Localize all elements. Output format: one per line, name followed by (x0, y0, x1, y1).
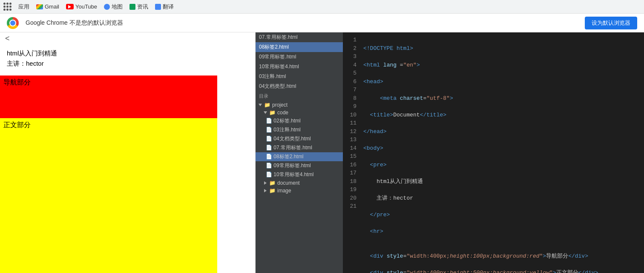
triangle-project (259, 104, 262, 106)
apps-label: 应用 (18, 3, 29, 11)
file-02[interactable]: 📄 02标签.html (256, 116, 343, 125)
tree-image[interactable]: 📁 image (256, 187, 343, 195)
triangle-code (264, 111, 267, 114)
translate-label: 翻译 (163, 3, 174, 11)
gmail-icon (36, 4, 43, 9)
infobar: Google Chrome 不是您的默认浏览器 设为默认浏览器 (0, 14, 644, 32)
file-03[interactable]: 📄 03注释.html (256, 125, 343, 134)
topbar: 应用 Gmail YouTube 地图 资讯 翻译 (0, 0, 644, 14)
tree-document[interactable]: 📁 document (256, 179, 343, 187)
file-08[interactable]: 📄 08标签2.html (256, 152, 343, 161)
content-block: 正文部分 (0, 118, 217, 273)
file-panel: 07.常用标签.html 08标签2.html 09常用标签.html 10常用… (256, 32, 343, 273)
image-label: image (277, 188, 291, 194)
file-tab-08[interactable]: 08标签2.html (256, 42, 343, 52)
back-button[interactable]: < (0, 32, 255, 45)
infobar-text: Google Chrome 不是您的默认浏览器 (26, 19, 578, 27)
news-icon (129, 4, 135, 10)
file-04[interactable]: 📄 04文档类型.html (256, 134, 343, 143)
code-panel: 1 2 3 4 5 6 7 8 9 10 11 12 13 14 15 16 1… (343, 32, 644, 273)
tree-code[interactable]: 📁 code (256, 109, 343, 116)
folder-icon-document: 📁 (269, 180, 276, 186)
nav-block: 导航部分 (0, 76, 217, 118)
topbar-maps[interactable]: 地图 (104, 3, 123, 11)
section-label: 目录 (256, 91, 343, 101)
maps-label: 地图 (112, 3, 123, 11)
document-label: document (277, 180, 300, 186)
file-tab-03[interactable]: 03注释.html (256, 72, 343, 81)
topbar-youtube[interactable]: YouTube (66, 3, 97, 10)
code-content[interactable]: <!DOCTYPE html> <html lang ="en"> <head>… (358, 32, 644, 273)
topbar-gmail[interactable]: Gmail (36, 3, 59, 10)
title-line: html从入门到精通 (7, 48, 248, 58)
code-label: code (277, 110, 288, 116)
triangle-image (264, 189, 267, 192)
line-numbers: 1 2 3 4 5 6 7 8 9 10 11 12 13 14 15 16 1… (343, 32, 358, 273)
page-text: html从入门到精通 主讲：hector (0, 45, 255, 76)
file-tab-10[interactable]: 10常用标签4.html (256, 62, 343, 72)
folder-icon-project: 📁 (264, 102, 270, 108)
folder-icon-code: 📁 (269, 110, 276, 116)
file-09[interactable]: 📄 09常用标签.html (256, 161, 343, 170)
nav-text: 导航部分 (3, 78, 31, 87)
file-tab-07[interactable]: 07.常用标签.html (256, 32, 343, 42)
topbar-apps[interactable]: 应用 (18, 3, 29, 11)
gmail-label: Gmail (45, 3, 59, 10)
file-tab-04[interactable]: 04文档类型.html (256, 81, 343, 91)
tree-project[interactable]: 📁 project (256, 101, 343, 109)
maps-icon (104, 4, 110, 10)
youtube-icon (66, 4, 74, 9)
apps-icon[interactable] (3, 3, 12, 11)
triangle-document (264, 181, 267, 185)
author-line: 主讲：hector (7, 58, 248, 69)
topbar-translate[interactable]: 翻译 (155, 3, 174, 11)
file-07[interactable]: 📄 07.常用标签.html (256, 143, 343, 152)
translate-icon (155, 4, 161, 10)
topbar-news[interactable]: 资讯 (129, 3, 148, 11)
main-area: < html从入门到精通 主讲：hector 导航部分 正文部分 07.常用标签… (0, 32, 644, 273)
file-tab-09[interactable]: 09常用标签.html (256, 52, 343, 62)
project-label: project (272, 102, 288, 108)
folder-icon-image: 📁 (269, 188, 276, 194)
file-10[interactable]: 📄 10常用标签4.html (256, 170, 343, 179)
browser-content: < html从入门到精通 主讲：hector 导航部分 正文部分 (0, 32, 256, 273)
youtube-label: YouTube (75, 3, 97, 10)
content-text: 正文部分 (3, 121, 31, 130)
set-default-button[interactable]: 设为默认浏览器 (585, 17, 637, 29)
chrome-logo (7, 17, 19, 29)
news-label: 资讯 (137, 3, 148, 11)
